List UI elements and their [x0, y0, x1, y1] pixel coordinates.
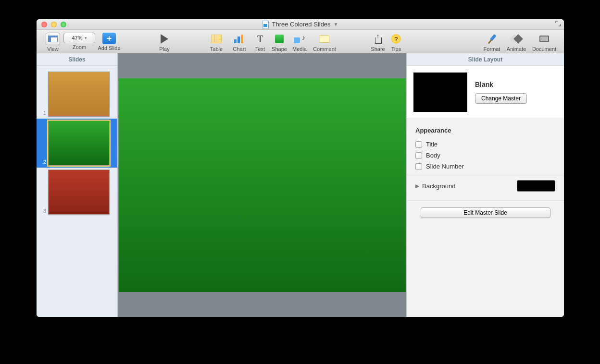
- slide-number-checkbox-row[interactable]: Slide Number: [415, 161, 555, 172]
- slide-number-label: 2: [39, 159, 46, 166]
- change-master-button[interactable]: Change Master: [475, 93, 527, 104]
- disclosure-triangle-icon: ▶: [415, 183, 419, 189]
- text-icon: T: [257, 34, 263, 45]
- appearance-header: Appearance: [415, 127, 555, 134]
- shape-icon: [275, 35, 284, 43]
- text-label: Text: [255, 46, 265, 52]
- table-icon: [211, 35, 222, 43]
- tips-label: Tips: [391, 46, 401, 52]
- chart-label: Chart: [233, 46, 246, 52]
- table-label: Table: [210, 46, 223, 52]
- slide-thumbnail-image: [48, 121, 110, 166]
- plus-icon: +: [102, 33, 116, 44]
- background-label: Background: [422, 182, 455, 190]
- media-label: Media: [292, 46, 307, 52]
- slide-number-checkbox-label: Slide Number: [426, 163, 464, 170]
- inspector-header: Slide Layout: [407, 53, 564, 66]
- minimize-window-button[interactable]: [51, 22, 57, 27]
- tips-button[interactable]: ? Tips: [388, 33, 405, 52]
- view-button[interactable]: View: [41, 33, 64, 52]
- text-button[interactable]: T Text: [251, 33, 269, 52]
- zoom-window-button[interactable]: [61, 22, 66, 27]
- comment-label: Comment: [313, 46, 336, 52]
- slide-number-label: 1: [39, 110, 46, 117]
- format-icon: [485, 32, 499, 46]
- title-checkbox-label: Title: [426, 141, 438, 148]
- master-name: Blank: [475, 81, 527, 88]
- view-icon: [48, 36, 58, 42]
- toolbar: View 47% ▾ Zoom + Add Slide Play: [37, 30, 564, 53]
- slide-thumbnail-list: 123: [37, 66, 117, 317]
- play-label: Play: [159, 46, 169, 52]
- shape-button[interactable]: Shape: [269, 33, 289, 52]
- add-slide-button[interactable]: + Add Slide: [94, 33, 124, 52]
- slide-thumbnail-image: [48, 170, 110, 215]
- current-slide[interactable]: [119, 78, 406, 292]
- body-checkbox-label: Body: [426, 152, 440, 159]
- checkbox-icon: [415, 163, 422, 170]
- slide-number-label: 3: [39, 208, 46, 215]
- app-window: Three Colored Slides ▼ View 47% ▾ Zoom +: [37, 19, 564, 317]
- tips-icon: ?: [391, 34, 401, 44]
- title-dropdown-icon: ▼: [334, 22, 338, 27]
- background-color-swatch[interactable]: [517, 180, 555, 192]
- animate-button[interactable]: Animate: [503, 33, 529, 52]
- close-window-button[interactable]: [41, 22, 47, 27]
- add-slide-label: Add Slide: [98, 45, 120, 51]
- checkbox-icon: [415, 152, 422, 159]
- slide-thumbnail-image: [48, 72, 110, 117]
- document-icon-toolbar: [539, 36, 549, 42]
- document-button[interactable]: Document: [529, 33, 559, 52]
- slide-canvas-area[interactable]: [118, 53, 406, 317]
- share-label: Share: [371, 46, 385, 52]
- format-button[interactable]: Format: [480, 33, 503, 52]
- slide-thumbnail[interactable]: 3: [37, 168, 117, 217]
- share-button[interactable]: Share: [368, 33, 388, 52]
- comment-button[interactable]: Comment: [310, 33, 339, 52]
- fullscreen-icon[interactable]: [555, 21, 561, 28]
- table-button[interactable]: Table: [205, 33, 228, 52]
- document-label: Document: [532, 46, 556, 52]
- view-label: View: [47, 46, 59, 52]
- master-thumbnail: [413, 73, 467, 112]
- animate-icon: [511, 35, 522, 43]
- title-checkbox-row[interactable]: Title: [415, 139, 555, 150]
- chart-icon: [234, 35, 245, 43]
- sidebar-header: Slides: [37, 53, 117, 66]
- share-icon: [373, 34, 383, 44]
- animate-label: Animate: [507, 46, 526, 52]
- comment-icon: [320, 35, 329, 43]
- play-icon: [161, 34, 168, 44]
- media-icon: [294, 35, 305, 43]
- document-icon: [262, 21, 269, 28]
- format-label: Format: [484, 46, 500, 52]
- slides-sidebar: Slides 123: [37, 53, 118, 317]
- zoom-value: 47%: [72, 35, 82, 41]
- inspector-panel: Slide Layout Blank Change Master Appeara…: [406, 53, 564, 317]
- edit-master-slide-button[interactable]: Edit Master Slide: [421, 207, 550, 218]
- play-button[interactable]: Play: [153, 33, 176, 52]
- shape-label: Shape: [272, 46, 287, 52]
- titlebar: Three Colored Slides ▼: [37, 19, 564, 30]
- slide-thumbnail[interactable]: 1: [37, 70, 117, 119]
- zoom-label: Zoom: [73, 44, 86, 50]
- zoom-control[interactable]: 47% ▾ Zoom: [64, 33, 94, 52]
- slide-thumbnail[interactable]: 2: [37, 119, 117, 168]
- body-checkbox-row[interactable]: Body: [415, 150, 555, 161]
- background-row[interactable]: ▶ Background: [407, 175, 564, 200]
- checkbox-icon: [415, 141, 422, 148]
- media-button[interactable]: Media: [289, 33, 310, 52]
- chevron-down-icon: ▾: [85, 36, 87, 40]
- chart-button[interactable]: Chart: [228, 33, 251, 52]
- window-title: Three Colored Slides: [272, 21, 330, 28]
